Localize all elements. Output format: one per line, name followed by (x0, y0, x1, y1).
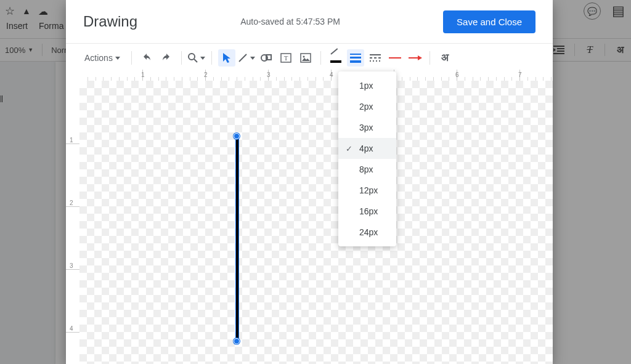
cloud-save-icon[interactable] (38, 6, 48, 17)
ruler-label: 1 (141, 71, 145, 78)
actions-menu[interactable]: Actions (79, 49, 125, 67)
line-weight-option[interactable]: 24px (338, 222, 396, 243)
line-weight-option[interactable]: 3px (338, 117, 396, 138)
ruler-label: 4 (70, 325, 73, 332)
ruler-label: 2 (70, 200, 73, 206)
svg-point-0 (189, 54, 195, 60)
zoom-menu[interactable] (188, 49, 205, 67)
ruler-label: 1 (70, 137, 73, 144)
drawing-dialog: Drawing Auto-saved at 5:47:53 PM Save an… (66, 0, 553, 364)
ruler-label: 3 (267, 71, 271, 78)
comments-icon[interactable]: ▤ (612, 3, 625, 19)
paragraph-style-select[interactable]: Norr (51, 46, 67, 55)
horizontal-ruler: 1234567 (79, 70, 553, 81)
ruler-label: 3 (70, 262, 73, 269)
ruler-label: 2 (204, 71, 208, 78)
indent-increase-icon[interactable] (553, 46, 566, 54)
line-tool[interactable] (238, 49, 255, 67)
ruler-label: 7 (518, 71, 522, 78)
drawing-canvas[interactable] (79, 81, 553, 364)
dialog-header: Drawing Auto-saved at 5:47:53 PM Save an… (66, 0, 553, 44)
menu-insert[interactable]: Insert (6, 21, 28, 31)
svg-point-8 (303, 56, 304, 58)
line-weight-option[interactable]: 2px (338, 96, 396, 117)
canvas-area: 1234567 1234 (66, 70, 553, 364)
move-icon[interactable] (22, 6, 31, 16)
redo-button[interactable] (158, 49, 175, 67)
svg-text:T: T (284, 54, 288, 62)
image-tool[interactable] (297, 49, 314, 67)
doc-text-fragment: document will (0, 92, 3, 107)
ruler-label: 6 (455, 71, 459, 78)
select-tool[interactable] (218, 49, 235, 67)
line-weight-menu: 1px2px3px4px8px12px16px24px (338, 71, 396, 246)
drawn-line-shape[interactable] (236, 136, 238, 339)
autosave-status: Auto-saved at 5:47:53 PM (137, 17, 443, 26)
ruler-label: 4 (330, 71, 333, 78)
menu-format[interactable]: Forma (39, 21, 63, 31)
shape-tool[interactable] (258, 49, 275, 67)
drawing-toolbar: Actions T (66, 44, 553, 70)
line-start-button[interactable] (386, 49, 404, 67)
line-end-button[interactable] (406, 49, 423, 67)
line-weight-option[interactable]: 12px (338, 180, 396, 201)
undo-button[interactable] (138, 49, 155, 67)
textbox-tool[interactable]: T (277, 49, 295, 67)
svg-line-1 (194, 59, 197, 62)
line-color-button[interactable] (327, 49, 344, 67)
svg-line-2 (239, 54, 246, 62)
more-options-button[interactable]: अ (436, 49, 454, 67)
clear-format-icon[interactable]: T (584, 44, 596, 56)
zoom-select[interactable]: 100%▼ (5, 46, 33, 55)
star-icon[interactable] (5, 4, 15, 18)
vertical-ruler: 1234 (66, 81, 80, 364)
dialog-title: Drawing (83, 13, 137, 30)
line-weight-option[interactable]: 4px (338, 138, 396, 159)
line-weight-button[interactable] (347, 49, 364, 67)
line-weight-option[interactable]: 16px (338, 201, 396, 222)
save-and-close-button[interactable]: Save and Close (443, 10, 535, 33)
line-dash-button[interactable] (367, 49, 384, 67)
line-handle-bottom[interactable] (234, 338, 240, 344)
line-weight-option[interactable]: 8px (338, 159, 396, 180)
line-handle-top[interactable] (234, 133, 240, 139)
input-tools-icon[interactable]: अ (614, 44, 626, 55)
line-weight-option[interactable]: 1px (338, 75, 396, 96)
present-icon[interactable]: 💬 (584, 2, 601, 20)
